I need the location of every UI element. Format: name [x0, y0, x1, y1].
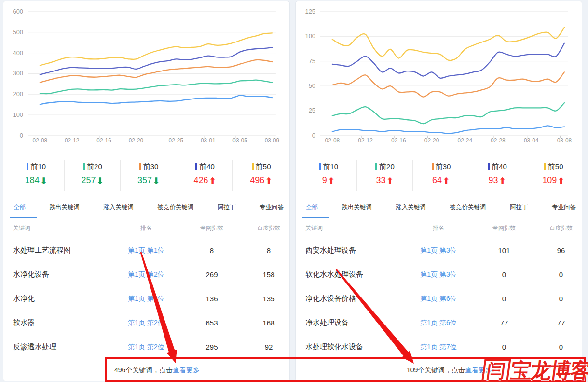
svg-text:200: 200 [13, 90, 23, 98]
svg-text:100: 100 [13, 111, 23, 118]
svg-text:03-08: 03-08 [557, 137, 572, 144]
legend-item-top30[interactable]: 前3064⬆ [413, 154, 469, 197]
tab-4[interactable]: 阿拉丁 [510, 197, 528, 218]
legend-item-top20[interactable]: 前2033⬆ [357, 154, 413, 197]
column-header: 全网指数 [472, 224, 536, 232]
svg-text:0: 0 [20, 132, 23, 139]
svg-text:03-05: 03-05 [232, 137, 247, 144]
all-index-cell: 0 [472, 270, 536, 279]
view-more-link[interactable]: 查看更多 [173, 366, 200, 374]
up-arrow-icon: ⬆ [209, 176, 217, 186]
rank-link[interactable]: 第1页 第2位 [128, 343, 164, 351]
up-arrow-icon: ⬆ [442, 176, 450, 186]
svg-text:500: 500 [13, 28, 23, 36]
rank-link[interactable]: 第1页 第1位 [128, 246, 164, 254]
keyword-row: 水净化第1页 第2位136135 [3, 286, 289, 311]
keyword-row: 水净化设备第1页 第2位269158 [3, 262, 289, 286]
rank-link[interactable]: 第1页 第2位 [128, 295, 164, 302]
all-index-cell: 0 [472, 343, 536, 351]
legend-color-mark [319, 163, 321, 170]
legend-color-mark [252, 163, 254, 170]
svg-text:02-20: 02-20 [424, 137, 439, 144]
legend-item-top10[interactable]: 前109⬆ [301, 154, 357, 197]
baidu-index-cell: 135 [244, 295, 290, 303]
tab-3[interactable]: 被竞价关键词 [450, 197, 486, 218]
keyword-row: 水处理软化水设备第1页 第7位00 [296, 335, 582, 359]
legend-label: 前50 [256, 162, 271, 170]
rank-link[interactable]: 第1页 第3位 [420, 246, 456, 254]
all-index-cell: 77 [472, 319, 536, 327]
tab-all[interactable]: 全部 [14, 197, 26, 218]
keyword-cell: 净水处理设备 [305, 318, 405, 327]
rank-link[interactable]: 第1页 第6位 [420, 295, 456, 302]
legend-item-top20[interactable]: 前20257⬇ [65, 154, 121, 197]
svg-text:25: 25 [309, 107, 315, 114]
more-bar-left: 496个关键词，点击查看更多 [3, 359, 289, 381]
legend-value: 496⬆ [233, 175, 289, 186]
tab-1[interactable]: 跌出关键词 [342, 197, 372, 218]
tab-3[interactable]: 被竞价关键词 [158, 197, 194, 218]
svg-text:600: 600 [13, 8, 23, 15]
legend-item-top40[interactable]: 前4093⬆ [469, 154, 526, 197]
svg-text:02-24: 02-24 [458, 137, 473, 144]
down-arrow-icon: ⬇ [152, 176, 160, 186]
baidu-index-cell: 92 [244, 343, 290, 351]
legend-color-mark [195, 163, 197, 170]
svg-text:02-25: 02-25 [169, 137, 184, 144]
keyword-panel-left: 010020030040050060002-0802-1202-1602-200… [3, 1, 290, 381]
legend-label: 前20 [379, 162, 395, 170]
rank-link[interactable]: 第1页 第3位 [420, 270, 456, 278]
tab-5[interactable]: 专业问答 [552, 197, 576, 218]
keyword-cell: 水处理工艺流程图 [13, 246, 112, 255]
legend-label: 前20 [87, 162, 102, 170]
legend-value: 426⬆ [177, 175, 233, 186]
svg-text:50: 50 [309, 82, 315, 89]
legend-value: 93⬆ [469, 175, 526, 186]
table-body-right: 西安水处理设备第1页 第3位10196软化水水处理设备第1页 第3位00净化水设… [296, 238, 582, 359]
svg-text:02-20: 02-20 [129, 137, 144, 144]
all-index-cell: 295 [180, 343, 244, 351]
tab-1[interactable]: 跌出关键词 [50, 197, 80, 218]
svg-text:03-04: 03-04 [524, 137, 539, 144]
keyword-row: 软水器第1页 第2位653168 [3, 311, 289, 335]
keyword-row: 西安水处理设备第1页 第3位10196 [296, 238, 582, 262]
baidu-index-cell: 0 [536, 295, 582, 303]
table-header-left: 关键词排名全网指数百度指数 [3, 218, 289, 238]
rank-link[interactable]: 第1页 第7位 [420, 343, 456, 351]
svg-text:02-12: 02-12 [358, 137, 373, 144]
keyword-panel-right: 025507510012502-0802-1202-1602-2002-2402… [295, 1, 582, 381]
keyword-cell: 反渗透水处理 [13, 342, 112, 352]
legend-item-top50[interactable]: 前50109⬆ [525, 154, 582, 197]
keyword-row: 净化水设备价格第1页 第6位00 [296, 286, 582, 311]
legend-label: 前10 [323, 162, 338, 170]
rank-link[interactable]: 第1页 第6位 [420, 319, 456, 326]
tab-4[interactable]: 阿拉丁 [218, 197, 236, 218]
legend-item-top30[interactable]: 前30357⬇ [121, 154, 177, 197]
table-header-right: 关键词排名全网指数百度指数 [296, 218, 582, 238]
tab-2[interactable]: 涨入关键词 [396, 197, 426, 218]
rank-legend-right: 前109⬆前2033⬆前3064⬆前4093⬆前50109⬆ [296, 154, 582, 197]
rank-link[interactable]: 第1页 第2位 [128, 319, 164, 326]
legend-item-top10[interactable]: 前10184⬇ [8, 154, 65, 197]
down-arrow-icon: ⬇ [96, 176, 104, 186]
baidu-index-cell: 0 [536, 270, 582, 279]
rank-link[interactable]: 第1页 第2位 [128, 270, 164, 278]
legend-label: 前30 [143, 162, 159, 170]
tab-2[interactable]: 涨入关键词 [104, 197, 134, 218]
all-index-cell: 101 [472, 246, 536, 255]
svg-text:0: 0 [312, 132, 315, 139]
column-header: 排名 [405, 224, 472, 232]
legend-value: 9⬆ [301, 175, 357, 186]
legend-item-top50[interactable]: 前50496⬆ [233, 154, 289, 197]
tab-all[interactable]: 全部 [306, 197, 318, 218]
keyword-count-text: 109个关键词，点击 [407, 366, 465, 374]
legend-color-mark [27, 163, 28, 170]
legend-label: 前50 [548, 162, 563, 170]
legend-item-top40[interactable]: 前40426⬆ [177, 154, 233, 197]
keyword-cell: 软水器 [13, 318, 112, 327]
svg-text:03-09: 03-09 [265, 137, 280, 144]
rank-legend-left: 前10184⬇前20257⬇前30357⬇前40426⬆前50496⬆ [3, 154, 289, 197]
keyword-tabs-left: 全部跌出关键词涨入关键词被竞价关键词阿拉丁专业问答 [3, 197, 289, 218]
svg-text:100: 100 [305, 32, 315, 40]
tab-5[interactable]: 专业问答 [260, 197, 284, 218]
